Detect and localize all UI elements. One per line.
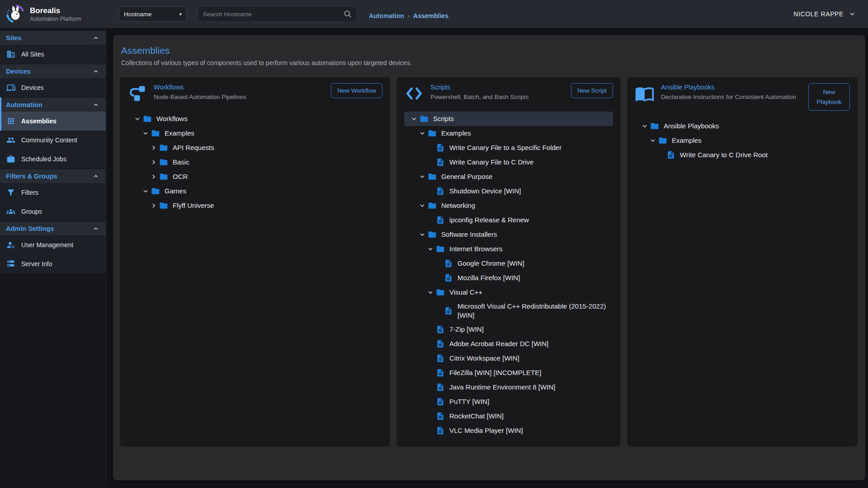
hostname-select[interactable]: Hostname ▾: [119, 6, 187, 22]
sidebar-item-devices[interactable]: Devices: [0, 78, 106, 97]
file-icon: [436, 412, 445, 421]
panel-title: Workflows: [154, 84, 325, 91]
chevron-down-icon: [426, 288, 434, 296]
sidebar-section-devices[interactable]: Devices: [0, 64, 106, 78]
tree-node-games[interactable]: Games: [127, 184, 382, 198]
tree-node-label: PuTTY [WIN]: [449, 395, 492, 408]
tree-expander[interactable]: [425, 288, 436, 296]
tree-expander[interactable]: [639, 122, 650, 130]
folder-icon: [650, 122, 659, 131]
tree-node-vlc-media-player-win[interactable]: VLC Media Player [WIN]: [404, 423, 613, 438]
sidebar-section-filters-groups[interactable]: Filters & Groups: [0, 169, 106, 183]
breadcrumb-assemblies[interactable]: Assemblies: [413, 12, 448, 19]
tree-expander[interactable]: [148, 202, 159, 210]
chevron-up-icon: [92, 68, 99, 75]
sidebar-item-assemblies[interactable]: Assemblies: [0, 112, 106, 131]
tree-node-visual-c[interactable]: Visual C++: [404, 285, 613, 300]
panel-subtitle: Declarative Instructions for Consistent …: [661, 93, 802, 102]
sidebar-item-filters[interactable]: Filters: [0, 183, 106, 202]
tree-expander[interactable]: [148, 158, 159, 166]
tree-node-label: Shutdown Device [WIN]: [449, 185, 524, 197]
tree-node-scripts[interactable]: Scripts: [404, 112, 613, 126]
tree-node-software-installers[interactable]: Software Installers: [404, 227, 613, 242]
file-icon: [436, 339, 445, 348]
tree-node-label: VLC Media Player [WIN]: [449, 424, 526, 437]
tree-expander[interactable]: [148, 144, 159, 152]
tree-expander[interactable]: [425, 245, 436, 253]
tree-node-microsoft-visual-c-redistributable-2015-2022-win[interactable]: Microsoft Visual C++ Redistributable (20…: [404, 300, 613, 322]
sidebar-item-server-info[interactable]: Server Info: [0, 254, 106, 273]
tree-expander[interactable]: [132, 115, 143, 123]
tree-node-examples[interactable]: Examples: [127, 126, 382, 141]
tree-node-ansible-playbooks[interactable]: Ansible Playbooks: [635, 119, 850, 133]
tree-expander[interactable]: [148, 173, 159, 181]
folder-icon: [159, 158, 168, 167]
folder-icon: [151, 129, 160, 138]
tree-node-ipconfig-release-renew[interactable]: ipconfig Release & Renew: [404, 213, 613, 227]
tree-node-label: Software Installers: [441, 228, 500, 241]
chevron-down-icon: [410, 115, 418, 123]
sidebar-item-user-management[interactable]: User Management: [0, 235, 106, 254]
tree-node-google-chrome-win[interactable]: Google Chrome [WIN]: [404, 256, 613, 271]
new-playbook-button[interactable]: New Playbook: [808, 83, 850, 111]
tree-node-workflows[interactable]: Workflows: [127, 112, 382, 126]
tree-node-label: Write Canary to C Drive Root: [680, 149, 770, 161]
tree-node-examples[interactable]: Examples: [404, 126, 613, 141]
tree-node-networking[interactable]: Networking: [404, 198, 613, 213]
search-icon: [343, 9, 352, 19]
sidebar-item-label: Server Info: [21, 260, 52, 267]
tree-expander[interactable]: [417, 129, 428, 137]
tree-node-mozilla-firefox-win[interactable]: Mozilla Firefox [WIN]: [404, 271, 613, 285]
tree-node-api-requests[interactable]: API Requests: [127, 141, 382, 155]
breadcrumb-automation[interactable]: Automation: [369, 12, 404, 19]
file-icon: [436, 187, 445, 196]
buildings-icon: [6, 50, 15, 59]
sidebar-section-admin-settings[interactable]: Admin Settings: [0, 221, 106, 235]
tree-node-adobe-acrobat-reader-dc-win[interactable]: Adobe Acrobat Reader DC [WIN]: [404, 337, 613, 351]
code-icon: [404, 84, 424, 103]
folder-icon: [143, 114, 152, 123]
tree-node-examples[interactable]: Examples: [635, 133, 850, 148]
tree-node-label: Workflows: [156, 113, 190, 125]
brand-logo-block[interactable]: Borealis Automation Platform: [0, 4, 106, 24]
file-icon: [436, 383, 445, 392]
search-input[interactable]: [203, 11, 343, 18]
tree-expander[interactable]: [417, 230, 428, 239]
tree-node-putty-win[interactable]: PuTTY [WIN]: [404, 394, 613, 409]
tree-expander[interactable]: [140, 129, 151, 137]
page-description: Collections of various types of componen…: [121, 59, 858, 66]
tree-node-write-canary-file-to-a-specific-folder[interactable]: Write Canary File to a Specific Folder: [404, 141, 613, 155]
chevron-up-icon: [92, 225, 99, 232]
tree-node-rocketchat-win[interactable]: RocketChat [WIN]: [404, 409, 613, 423]
tree-expander[interactable]: [417, 173, 428, 181]
tree-node-7-zip-win[interactable]: 7-Zip [WIN]: [404, 322, 613, 337]
panel-workflows: WorkflowsNode-Based Automation Pipelines…: [120, 77, 390, 446]
user-menu[interactable]: NICOLE RAPPE: [793, 10, 856, 18]
tree-node-citrix-workspace-win[interactable]: Citrix Workspace [WIN]: [404, 351, 613, 366]
sidebar-section-sites[interactable]: Sites: [0, 30, 106, 45]
content-card: Assemblies Collections of various types …: [113, 35, 865, 480]
tree-expander[interactable]: [140, 187, 151, 195]
tree-node-ocr[interactable]: OCR: [127, 169, 382, 184]
chevron-down-icon: [649, 136, 657, 145]
tree-expander[interactable]: [409, 115, 420, 123]
new-script-button[interactable]: New Script: [571, 83, 613, 98]
sidebar-item-groups[interactable]: Groups: [0, 202, 106, 221]
tree-node-write-canary-file-to-c-drive[interactable]: Write Canary File to C Drive: [404, 155, 613, 169]
sidebar-item-all-sites[interactable]: All Sites: [0, 45, 106, 64]
new-workflow-button[interactable]: New Workflow: [331, 83, 382, 98]
tree-expander[interactable]: [417, 202, 428, 210]
tree-node-basic[interactable]: Basic: [127, 155, 382, 169]
sidebar-section-automation[interactable]: Automation: [0, 97, 106, 112]
tree-node-java-runtime-environment-8-win[interactable]: Java Runtime Environment 8 [WIN]: [404, 380, 613, 394]
tree-node-general-purpose[interactable]: General Purpose: [404, 169, 613, 184]
tree-node-write-canary-to-c-drive-root[interactable]: Write Canary to C Drive Root: [635, 148, 850, 162]
tree-expander[interactable]: [647, 136, 658, 145]
sidebar-item-scheduled-jobs[interactable]: Scheduled Jobs: [0, 150, 106, 169]
sidebar-item-community-content[interactable]: Community Content: [0, 131, 106, 150]
tree-node-flyff-universe[interactable]: Flyff Universe: [127, 198, 382, 213]
tree-node-internet-browsers[interactable]: Internet Browsers: [404, 242, 613, 256]
tree-node-shutdown-device-win[interactable]: Shutdown Device [WIN]: [404, 184, 613, 198]
tree-node-filezilla-win-incomplete[interactable]: FileZilla [WIN] [INCOMPLETE]: [404, 366, 613, 380]
file-icon: [666, 150, 675, 160]
